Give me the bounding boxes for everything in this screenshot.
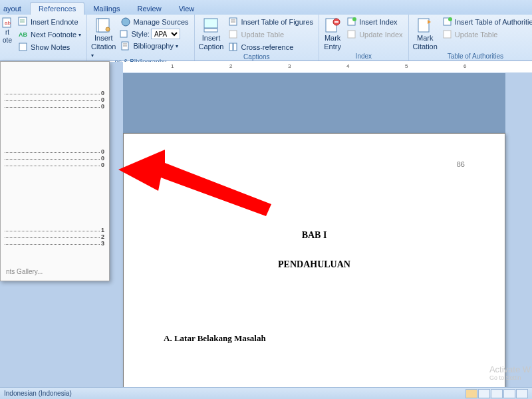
- tof-icon: [228, 17, 239, 27]
- footnote-icon: ab: [2, 17, 13, 28]
- insert-caption-button[interactable]: Insert Caption: [199, 16, 224, 51]
- toc-preview-line: 0: [5, 103, 105, 110]
- section-a-heading: A. Latar Belakang Masalah: [164, 333, 505, 344]
- insert-index-button[interactable]: Insert Index: [345, 16, 404, 28]
- svg-rect-20: [229, 31, 237, 38]
- update-table-button: Update Table: [227, 29, 315, 41]
- tab-view[interactable]: View: [170, 2, 203, 15]
- svg-point-27: [352, 17, 356, 21]
- bibliography-button[interactable]: Bibliography ▾: [119, 40, 190, 52]
- activate-windows-watermark: Activate W Go to Settin: [489, 364, 531, 382]
- bibliography-icon: [120, 41, 131, 51]
- tab-review[interactable]: Review: [129, 2, 170, 15]
- status-bar: Indonesian (Indonesia): [0, 387, 532, 399]
- web-layout-view-button[interactable]: [491, 389, 503, 398]
- insert-toa-icon: [442, 17, 453, 27]
- full-screen-view-button[interactable]: [478, 389, 490, 398]
- toc-preview-line: 2: [5, 233, 105, 240]
- style-dropdown[interactable]: APA: [151, 29, 180, 39]
- svg-rect-2: [19, 17, 27, 25]
- heading-bab: BAB I: [124, 230, 505, 241]
- svg-rect-15: [204, 19, 217, 28]
- svg-point-10: [122, 18, 130, 26]
- insert-footnote-button[interactable]: ab rt ote: [1, 16, 13, 44]
- page-number: 86: [457, 160, 465, 168]
- svg-rect-16: [204, 29, 217, 32]
- chevron-down-icon: ▾: [176, 43, 178, 49]
- chevron-down-icon: ▾: [91, 53, 94, 59]
- style-icon: [119, 29, 130, 39]
- crossref-icon: [228, 42, 239, 53]
- insert-table-of-figures-button[interactable]: Insert Table of Figures: [227, 16, 315, 28]
- mark-entry-button[interactable]: Mark Entry: [323, 16, 342, 51]
- show-notes-button[interactable]: Show Notes: [17, 41, 82, 53]
- tab-references[interactable]: References: [30, 2, 84, 15]
- svg-rect-28: [348, 31, 355, 38]
- toc-preview-line: 1: [5, 227, 105, 233]
- next-footnote-button[interactable]: AB Next Footnote ▾: [17, 29, 82, 41]
- svg-text:ab: ab: [5, 20, 11, 26]
- svg-text:AB: AB: [19, 31, 27, 38]
- insert-citation-button[interactable]: Insert Citation ▾: [91, 16, 116, 59]
- mark-citation-button[interactable]: Mark Citation: [413, 16, 438, 51]
- insert-toa-button[interactable]: Insert Table of Authorities: [441, 16, 532, 28]
- svg-rect-22: [233, 43, 237, 51]
- citation-icon: [94, 17, 113, 33]
- document-page[interactable]: 86 BAB I PENDAHULUAN A. Latar Belakang M…: [123, 133, 505, 387]
- next-footnote-icon: AB: [18, 29, 29, 40]
- update-toa-icon: [442, 29, 453, 40]
- group-label-index: Index: [323, 53, 404, 61]
- mark-citation-icon: [416, 17, 434, 33]
- cross-reference-button[interactable]: Cross-reference: [227, 41, 315, 53]
- svg-rect-32: [444, 31, 451, 38]
- outline-view-button[interactable]: [503, 389, 515, 398]
- insert-endnote-button[interactable]: Insert Endnote: [17, 16, 82, 28]
- group-label-footnotes: [1, 53, 82, 61]
- svg-point-31: [448, 17, 452, 21]
- tab-page-layout[interactable]: ayout: [0, 2, 30, 15]
- update-index-button: Update Index: [345, 29, 404, 41]
- print-layout-view-button[interactable]: [466, 389, 477, 398]
- update-index-icon: [346, 29, 357, 40]
- toc-preview-line: 0: [5, 96, 105, 103]
- chevron-down-icon: ▾: [78, 32, 81, 38]
- svg-rect-29: [418, 19, 429, 32]
- toc-preview-line: 0: [5, 162, 105, 168]
- toc-preview-line: 0: [5, 90, 105, 96]
- update-toa-button: Update Table: [441, 29, 532, 41]
- toc-preview-line: 3: [5, 240, 105, 247]
- svg-rect-21: [229, 43, 233, 51]
- svg-rect-11: [120, 31, 127, 37]
- endnote-icon: [18, 17, 29, 27]
- toc-gallery-dropdown[interactable]: 0 0 0 0 0 0 1 2 3 nts Gallery...: [0, 61, 110, 281]
- svg-point-9: [106, 27, 110, 31]
- citation-style-select[interactable]: Style: APA: [119, 29, 190, 39]
- svg-rect-6: [19, 43, 27, 51]
- ribbon-tab-bar: ayout References Mailings Review View: [0, 0, 532, 15]
- show-notes-icon: [18, 42, 29, 53]
- heading-pendahuluan: PENDAHULUAN: [124, 259, 505, 270]
- insert-index-icon: [346, 17, 357, 27]
- manage-sources-icon: [120, 17, 131, 27]
- view-buttons: [466, 389, 528, 398]
- update-icon: [228, 29, 239, 40]
- ribbon: ab rt ote Insert Endnote AB Next Footnot…: [0, 15, 532, 61]
- caption-icon: [202, 17, 221, 33]
- group-label-toa: Table of Authorities: [413, 53, 532, 61]
- draft-view-button[interactable]: [516, 389, 528, 398]
- toc-preview-line: 0: [5, 148, 105, 155]
- mark-entry-icon: [323, 17, 342, 33]
- manage-sources-button[interactable]: Manage Sources: [119, 16, 190, 28]
- group-label-captions: Captions: [199, 53, 315, 61]
- toc-preview-line: 0: [5, 155, 105, 162]
- tab-mailings[interactable]: Mailings: [84, 2, 128, 15]
- status-language[interactable]: Indonesian (Indonesia): [4, 390, 72, 397]
- toc-gallery-link[interactable]: nts Gallery...: [5, 265, 105, 278]
